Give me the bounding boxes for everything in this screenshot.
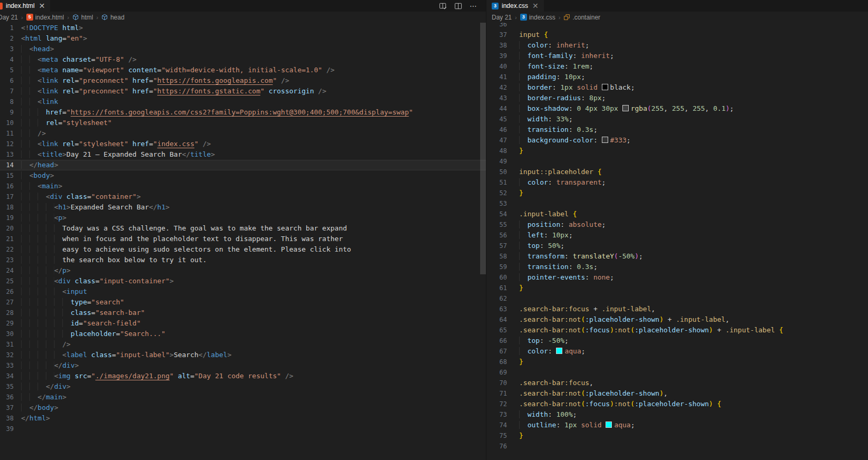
code-line[interactable]: 67 color: aqua; [486,346,868,357]
color-swatch[interactable] [602,137,608,143]
code-line[interactable]: 33 </div> [0,360,486,371]
code-line[interactable]: 28 class="search-bar" [0,308,486,318]
code-line[interactable]: 74 outline: 1px solid aqua; [486,420,868,430]
breadcrumb-item-head[interactable]: head [101,14,124,21]
code-line[interactable]: 19 <p> [0,213,486,223]
code-line[interactable]: 5 <meta name="viewport" content="width=d… [0,65,486,75]
code-line[interactable]: 17 <div class="container"> [0,191,486,202]
code-line[interactable]: 58 transform: translateY(-50%); [486,251,868,262]
code-line[interactable]: 2<html lang="en"> [0,33,486,44]
code-line[interactable]: 27 type="search" [0,297,486,308]
code-line[interactable]: 54.input-label { [486,209,868,219]
open-changes-icon[interactable] [439,2,447,10]
code-line[interactable]: 42 border: 1px solid black; [486,82,868,93]
code-line[interactable]: 14 </head> [0,160,486,170]
code-line[interactable]: 43 border-radius: 8px; [486,93,868,103]
code-line[interactable]: 73 width: 100%; [486,409,868,420]
code-line[interactable]: 52} [486,188,868,198]
code-line[interactable]: 4 <meta charset="UTF-8" /> [0,54,486,65]
code-line[interactable]: 10 rel="stylesheet" [0,118,486,128]
code-line[interactable]: 1<!DOCTYPE html> [0,23,486,33]
code-editor-html[interactable]: 1<!DOCTYPE html>2<html lang="en">3 <head… [0,23,486,434]
code-line[interactable]: 75} [486,430,868,441]
breadcrumb-item--container[interactable]: .container [563,14,600,21]
code-line[interactable]: 32 <label class="input-label">Search</la… [0,350,486,360]
color-swatch[interactable] [602,84,608,90]
code-line[interactable]: 76 [486,441,868,452]
code-line[interactable]: 66 top: -50%; [486,336,868,346]
vertical-scrollbar-thumb[interactable] [480,23,486,274]
breadcrumb-item-index-css[interactable]: 3index.css [520,14,555,21]
code-line[interactable]: 7 <link rel="preconnect" href="https://f… [0,86,486,97]
color-swatch[interactable] [606,421,612,428]
close-icon[interactable]: ✕ [39,2,45,9]
code-line[interactable]: 59 transition: 0.3s; [486,262,868,272]
code-line[interactable]: 34 <img src="./images/day21.png" alt="Da… [0,371,486,381]
code-line[interactable]: 12 <link rel="stylesheet" href="index.cs… [0,139,486,149]
code-line[interactable]: 51 color: transparent; [486,177,868,188]
code-line[interactable]: 18 <h1>Expanded Search Bar</h1> [0,202,486,213]
code-line[interactable]: 39 [0,424,486,434]
code-line[interactable]: 38</html> [0,413,486,424]
tab-index-html[interactable]: index.html ✕ [0,0,50,12]
code-line[interactable]: 9 href="https://fonts.googleapis.com/css… [0,107,486,118]
code-line[interactable]: 40 font-size: 1rem; [486,61,868,72]
code-line[interactable]: 62 [486,293,868,304]
color-swatch[interactable] [622,105,629,111]
code-line[interactable]: 61} [486,283,868,293]
code-line[interactable]: 68} [486,357,868,367]
code-line[interactable]: 55 position: absolute; [486,219,868,230]
code-line[interactable]: 37 </body> [0,402,486,413]
code-line[interactable]: 37input { [486,30,868,40]
breadcrumb-item-day-21[interactable]: Day 21 [492,14,512,21]
breadcrumb-item-index-html[interactable]: 5index.html [26,14,64,21]
code-editor-css[interactable]: 3637input {38 color: inherit;39 font-fam… [486,19,868,452]
code-line[interactable]: 26 <input [0,286,486,297]
tab-index-css[interactable]: 3 index.css ✕ [486,0,544,12]
code-line[interactable]: 53 [486,198,868,209]
close-icon[interactable]: ✕ [532,2,539,9]
code-line[interactable]: 36 </main> [0,392,486,402]
code-line[interactable]: 64.search-bar:not(:placeholder-shown) + … [486,314,868,325]
code-line[interactable]: 49 [486,156,868,167]
code-line[interactable]: 72.search-bar:not(:focus):not(:placehold… [486,399,868,409]
code-line[interactable]: 70.search-bar:focus, [486,378,868,388]
code-line[interactable]: 60 pointer-events: none; [486,272,868,283]
code-line[interactable]: 71.search-bar:not(:placeholder-shown), [486,388,868,399]
split-editor-icon[interactable] [454,2,462,10]
code-line[interactable]: 25 <div class="input-container"> [0,276,486,286]
more-actions-icon[interactable]: ⋯ [470,2,477,9]
code-line[interactable]: 11 /> [0,128,486,139]
code-line[interactable]: 41 padding: 10px; [486,72,868,82]
code-line[interactable]: 39 font-family: inherit; [486,51,868,61]
code-line[interactable]: 35 </div> [0,381,486,392]
code-line[interactable]: 21 when in focus and the placeholder tex… [0,234,486,244]
code-line[interactable]: 3 <head> [0,44,486,54]
code-line[interactable]: 69 [486,367,868,378]
code-line[interactable]: 22 easy to achieve using sudo selectors … [0,244,486,255]
breadcrumb-item-html[interactable]: html [72,14,93,21]
code-line[interactable]: 31 /> [0,339,486,350]
code-line[interactable]: 48} [486,146,868,156]
code-line[interactable]: 30 placeholder="Search..." [0,329,486,339]
breadcrumb-item-day-21[interactable]: Day 21 [0,14,18,21]
code-line[interactable]: 50input::placeholder { [486,167,868,177]
code-line[interactable]: 44 box-shadow: 0 4px 30px rgba(255, 255,… [486,103,868,114]
code-line[interactable]: 47 background-color: #333; [486,135,868,146]
code-line[interactable]: 8 <link [0,97,486,107]
code-line[interactable]: 13 <title>Day 21 – Expanded Search Bar</… [0,149,486,160]
code-line[interactable]: 6 <link rel="preconnect" href="https://f… [0,75,486,86]
code-line[interactable]: 29 id="search-field" [0,318,486,329]
code-line[interactable]: 46 transition: 0.3s; [486,124,868,135]
code-line[interactable]: 65.search-bar:not(:focus):not(:placehold… [486,325,868,336]
code-line[interactable]: 16 <main> [0,181,486,191]
code-line[interactable]: 15 <body> [0,170,486,181]
code-line[interactable]: 24 </p> [0,265,486,276]
code-line[interactable]: 45 width: 33%; [486,114,868,124]
code-line[interactable]: 38 color: inherit; [486,40,868,51]
code-line[interactable]: 56 left: 10px; [486,230,868,241]
code-line[interactable]: 57 top: 50%; [486,241,868,251]
code-line[interactable]: 20 Today was a CSS challenge. The goal w… [0,223,486,234]
code-line[interactable]: 63.search-bar:focus + .input-label, [486,304,868,314]
color-swatch[interactable] [556,348,562,354]
